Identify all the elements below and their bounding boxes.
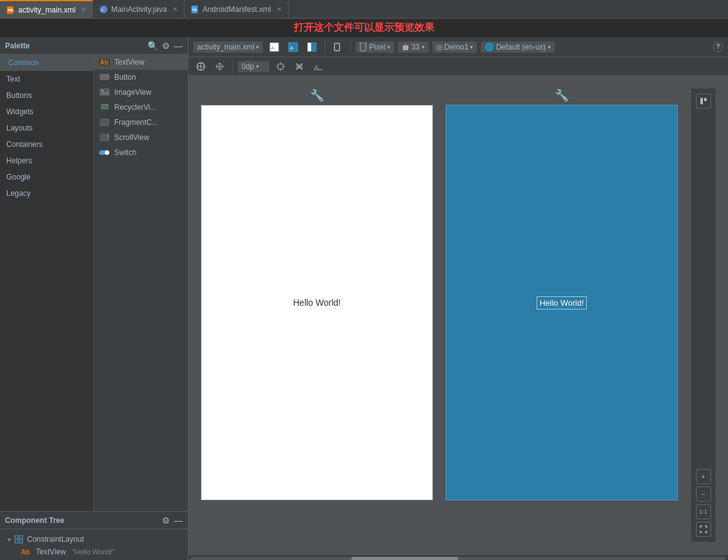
svg-rect-20 [15,540,18,543]
bottom-scrollbar[interactable] [188,554,728,560]
tab-close-activity-main[interactable]: ✕ [81,6,86,13]
palette-sidebar: Palette 🔍 ⚙ — Common Text Buttons [0,37,188,560]
theme-label: Demo1 [444,43,469,51]
palette-header: Palette 🔍 ⚙ — [0,37,188,55]
component-tree-minimize-icon[interactable]: — [174,515,183,525]
file-selector-label: activity_main.xml [197,43,254,51]
palette-item-switch-label: Switch [114,148,136,157]
palette-icons: 🔍 ⚙ — [147,41,183,51]
zoom-in-icon: + [701,473,705,480]
svg-text:J: J [101,8,103,12]
zoom-ratio-btn[interactable]: 1:1 [696,504,711,519]
file-selector-dropdown[interactable]: activity_main.xml ▾ [193,41,263,53]
render-blueprint-btn[interactable]: A [286,41,301,53]
pan-icon [215,62,225,72]
device-chevron: ▾ [387,44,390,50]
tab-android-manifest[interactable]: XML AndroidManifest.xml ✕ [185,0,289,19]
palette-item-imageview[interactable]: ImageView [94,85,188,100]
palette-item-recyclerview[interactable]: RecyclerVi... [94,100,188,115]
svg-rect-28 [335,43,340,51]
svg-rect-42 [704,98,707,101]
recyclerview-icon [99,103,110,112]
design-preview-container: 🔧 Hello World! [201,89,433,542]
tab-close-android-manifest[interactable]: ✕ [277,6,282,13]
svg-rect-26 [308,43,311,51]
api-selector-dropdown[interactable]: 🤖 33 ▾ [398,41,428,53]
panel-icon [700,97,707,105]
baseline-icon: A [313,62,323,72]
tree-item-constraint[interactable]: ▾ ConstraintLayout [5,533,183,546]
infer-constraints-icon [276,62,286,72]
palette-item-scrollview[interactable]: ScrollView [94,130,188,145]
locale-icon: 🌐 [484,43,494,51]
orientation-btn[interactable] [330,41,345,53]
palette-cat-legacy[interactable]: Legacy [0,185,94,202]
palette-cat-layouts[interactable]: Layouts [0,120,94,136]
phone-blueprint-frame[interactable]: Hello World! [446,105,678,500]
file-selector-chevron: ▾ [256,44,259,50]
textview-icon: Ab [99,58,110,67]
palette-minimize-icon[interactable]: — [174,41,183,51]
palette-cat-widgets[interactable]: Widgets [0,104,94,120]
pan-mode-btn[interactable] [212,60,227,73]
svg-point-29 [337,50,338,51]
palette-item-switch[interactable]: Switch [94,145,188,160]
palette-item-button[interactable]: Button [94,70,188,85]
tab-activity-main[interactable]: XML activity_main.xml ✕ [0,0,93,19]
infer-constraints-btn[interactable] [273,60,288,73]
svg-rect-27 [312,43,316,51]
margin-input[interactable]: 0dp ▾ [238,61,269,72]
palette-item-textview[interactable]: Ab TextView [94,55,188,70]
palette-cat-text[interactable]: Text [0,71,94,87]
scroll-thumb[interactable] [351,557,458,561]
zoom-controls: + − 1:1 [696,469,711,537]
phone-design-frame[interactable]: Hello World! [201,105,433,500]
palette-cat-containers[interactable]: Containers [0,136,94,153]
tree-item-textview[interactable]: Ab TextView "Hello World!" [18,546,183,558]
locale-selector-dropdown[interactable]: 🌐 Default (en-us) ▾ [481,41,554,53]
palette-cat-buttons[interactable]: Buttons [0,87,94,104]
device-selector-dropdown[interactable]: Pixel ▾ [356,41,394,53]
fit-to-window-btn[interactable] [696,522,711,537]
palette-search-icon[interactable]: 🔍 [147,41,158,51]
palette-item-fragmentcontainer[interactable]: FragmentC... [94,115,188,130]
clear-constraints-btn[interactable] [292,60,307,73]
select-mode-btn[interactable] [193,60,208,73]
textview-tree-icon: Ab [20,549,31,556]
tree-content: ▾ ConstraintLayout Ab TextView "Hello Wo… [0,529,188,560]
palette-items: Ab TextView Button [94,55,188,511]
tree-item-textview-label: TextView [36,547,66,556]
zoom-in-btn[interactable]: + [696,469,711,484]
tab-close-main-activity[interactable]: ✕ [173,6,178,13]
palette-categories: Common Text Buttons Widgets Layouts Cont… [0,55,94,511]
help-btn[interactable]: ? [713,42,723,52]
palette-item-imageview-label: ImageView [114,88,151,97]
imageview-icon [99,88,110,97]
render-both-btn[interactable] [304,41,319,53]
palette-cat-google[interactable]: Google [0,169,94,185]
component-tree-settings-icon[interactable]: ⚙ [162,515,170,525]
constraint-icon [14,535,23,544]
palette-item-textview-label: TextView [114,58,144,67]
palette-settings-icon[interactable]: ⚙ [162,41,170,51]
svg-rect-41 [700,98,703,104]
tab-main-activity[interactable]: J MainActivity.java ✕ [93,0,184,19]
svg-rect-14 [100,134,109,141]
baseline-btn[interactable]: A [311,60,326,73]
palette-item-scrollview-label: ScrollView [114,133,149,142]
toolbar-divider-3 [232,60,233,73]
svg-rect-19 [19,536,23,539]
panel-config-btn[interactable] [696,94,711,109]
blueprint-preview-container: 🔧 Hello World! [446,89,678,542]
component-tree-header: Component Tree ⚙ — [0,512,188,529]
component-tree-title: Component Tree [5,516,65,525]
theme-selector-dropdown[interactable]: ◎ Demo1 ▾ [432,41,478,53]
palette-cat-helpers[interactable]: Helpers [0,153,94,169]
api-chevron: ▾ [422,44,425,50]
fragmentcontainer-icon [99,118,110,127]
preview-area: 🔧 Hello World! 🔧 Hello World! [188,76,728,554]
palette-item-fragmentcontainer-label: FragmentC... [114,118,158,127]
render-design-btn[interactable]: A [267,41,282,53]
zoom-out-btn[interactable]: − [696,487,711,502]
palette-cat-common[interactable]: Common [0,55,94,71]
